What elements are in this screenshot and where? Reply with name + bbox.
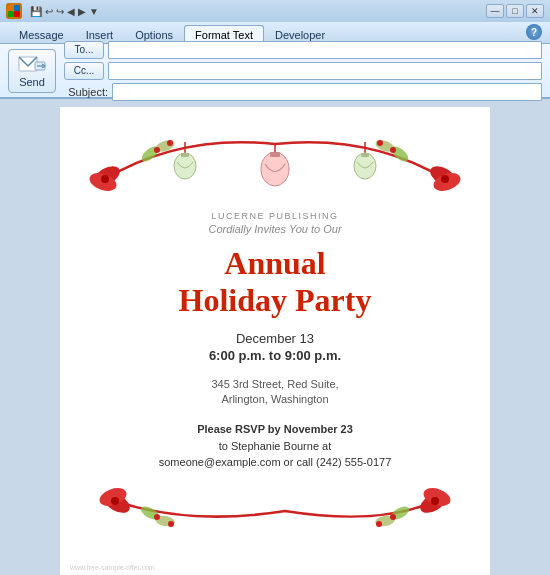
forward-qa-btn[interactable]: ▶ [78, 6, 86, 17]
svg-point-41 [168, 521, 174, 527]
back-qa-btn[interactable]: ◀ [67, 6, 75, 17]
email-form: To... Cc... Subject: [64, 41, 542, 101]
bottom-ornament [84, 479, 466, 539]
svg-rect-2 [8, 11, 14, 17]
company-name: LUCERNE PUBLISHING [211, 211, 338, 221]
svg-point-29 [377, 140, 383, 146]
rsvp-line: Please RSVP by November 23 to Stephanie … [159, 421, 392, 471]
email-body: LUCERNE PUBLISHING Cordially Invites You… [0, 99, 550, 575]
address-line: 345 3rd Street, Red Suite, Arlington, Wa… [211, 377, 338, 408]
svg-point-12 [441, 175, 449, 183]
window-controls: — □ ✕ [486, 4, 544, 18]
time-line: 6:00 p.m. to 9:00 p.m. [209, 348, 341, 363]
svg-point-9 [101, 175, 109, 183]
svg-point-32 [111, 497, 119, 505]
minimize-button[interactable]: — [486, 4, 504, 18]
app-icon [6, 3, 22, 19]
cc-button[interactable]: Cc... [64, 62, 104, 80]
to-button[interactable]: To... [64, 41, 104, 59]
svg-point-40 [154, 514, 160, 520]
subject-row: Subject: [64, 83, 542, 101]
title-bar: 💾 ↩ ↪ ◀ ▶ ▼ — □ ✕ [0, 0, 550, 22]
date-line: December 13 [236, 331, 314, 346]
help-button[interactable]: ? [526, 24, 542, 40]
to-input[interactable] [108, 41, 542, 59]
svg-point-43 [376, 521, 382, 527]
svg-rect-0 [8, 5, 14, 11]
svg-rect-18 [270, 152, 280, 157]
svg-rect-15 [181, 153, 189, 157]
svg-rect-3 [14, 11, 20, 17]
subject-label: Subject: [64, 86, 108, 98]
send-label: Send [19, 76, 45, 88]
save-qa-btn[interactable]: 💾 [30, 6, 42, 17]
cc-row: Cc... [64, 62, 542, 80]
svg-rect-1 [14, 5, 20, 11]
quick-access-toolbar: 💾 ↩ ↪ ◀ ▶ ▼ [30, 6, 99, 17]
party-title: Annual Holiday Party [179, 245, 372, 319]
dropdown-qa-btn[interactable]: ▼ [89, 6, 99, 17]
cc-input[interactable] [108, 62, 542, 80]
send-icon [18, 54, 46, 74]
send-button[interactable]: Send [8, 49, 56, 93]
redo-qa-btn[interactable]: ↪ [56, 6, 64, 17]
subject-input[interactable] [112, 83, 542, 101]
close-button[interactable]: ✕ [526, 4, 544, 18]
svg-point-35 [431, 497, 439, 505]
svg-point-17 [261, 152, 289, 186]
watermark: www.free-sample-offer.com [70, 564, 155, 571]
svg-rect-21 [361, 153, 369, 157]
maximize-button[interactable]: □ [506, 4, 524, 18]
cordially-text: Cordially Invites You to Our [208, 223, 341, 235]
to-row: To... [64, 41, 542, 59]
top-ornament [84, 123, 466, 203]
svg-point-27 [167, 140, 173, 146]
svg-point-42 [390, 514, 396, 520]
ribbon-content: Send To... Cc... Subject: [0, 44, 550, 99]
invitation-card: LUCERNE PUBLISHING Cordially Invites You… [60, 107, 490, 575]
svg-point-26 [154, 147, 160, 153]
undo-qa-btn[interactable]: ↩ [45, 6, 53, 17]
svg-point-28 [390, 147, 396, 153]
